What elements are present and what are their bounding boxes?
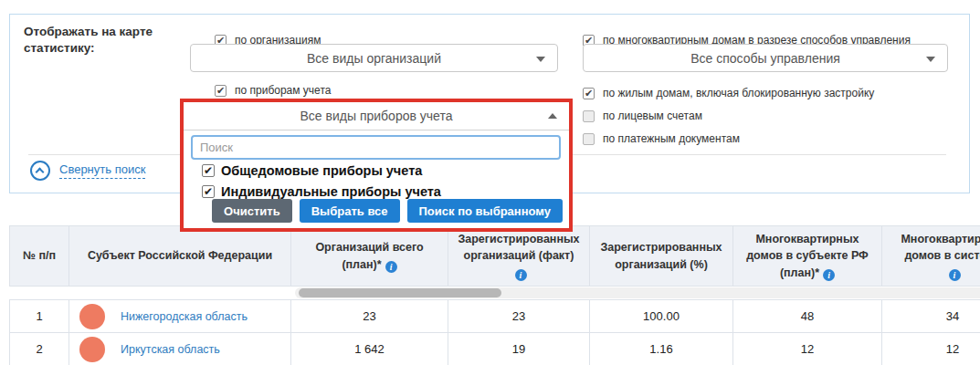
meter-type-option-communal: Общедомовые приборы учета bbox=[202, 163, 422, 178]
info-icon[interactable]: i bbox=[515, 269, 527, 281]
meter-type-option-individual: Индивидуальные приборы учета bbox=[202, 184, 441, 199]
individual-meters-label[interactable]: Индивидуальные приборы учета bbox=[221, 184, 441, 199]
org-fact-value: 19 bbox=[448, 333, 590, 365]
meters-checkbox[interactable] bbox=[215, 85, 227, 97]
meters-checkbox-label[interactable]: по приборам учета bbox=[235, 84, 331, 97]
region-cell: Нижегородская область bbox=[69, 300, 291, 333]
region-link[interactable]: Иркутская область bbox=[121, 343, 220, 356]
row-number: 2 bbox=[10, 333, 69, 365]
statistics-table-body: 1 Нижегородская область 23 23 100.00 48 … bbox=[9, 299, 980, 365]
info-icon[interactable]: i bbox=[949, 269, 961, 281]
communal-meters-checkbox[interactable] bbox=[202, 164, 215, 177]
mkd-system-value: 34 bbox=[882, 300, 980, 333]
table-row: 2 Иркутская область 1 642 19 1.16 12 12 bbox=[10, 333, 980, 365]
accounts-checkbox-label[interactable]: по лицевым счетам bbox=[603, 110, 702, 122]
meter-types-select[interactable]: Все виды приборов учета bbox=[184, 102, 569, 130]
residential-checkbox-label[interactable]: по жилым домам, включая блокированную за… bbox=[603, 87, 874, 99]
dropdown-buttons: Очистить Выбрать все Поиск по выбранному bbox=[212, 199, 563, 223]
payment-documents-checkbox[interactable] bbox=[583, 133, 595, 145]
organization-types-select[interactable]: Все виды организаций bbox=[190, 44, 558, 72]
org-plan-value: 23 bbox=[291, 300, 448, 333]
mkd-plan-value: 48 bbox=[733, 300, 882, 333]
meter-types-select-value: Все виды приборов учета bbox=[300, 109, 453, 123]
checkbox-row-accounts: по лицевым счетам bbox=[583, 110, 702, 122]
checkbox-row-residential: по жилым домам, включая блокированную за… bbox=[583, 87, 874, 99]
payment-documents-checkbox-label[interactable]: по платежным документам bbox=[603, 132, 740, 145]
table-scrollbar-row bbox=[9, 287, 980, 299]
panel-title: Отображать на карте статистику: bbox=[24, 24, 188, 57]
collapse-circle-chevron-up-icon[interactable] bbox=[30, 161, 50, 181]
org-percent-value: 100.00 bbox=[590, 300, 733, 333]
clear-button[interactable]: Очистить bbox=[212, 199, 292, 223]
org-percent-value: 1.16 bbox=[590, 333, 733, 365]
collapse-search-row: Свернуть поиск bbox=[30, 161, 145, 181]
horizontal-scrollbar-track[interactable] bbox=[295, 287, 980, 298]
collapse-search-link[interactable]: Свернуть поиск bbox=[59, 162, 145, 179]
info-icon[interactable]: i bbox=[385, 261, 397, 273]
column-header-number: № п/п bbox=[10, 226, 69, 287]
mkd-system-value: 12 bbox=[882, 333, 980, 365]
communal-meters-label[interactable]: Общедомовые приборы учета bbox=[221, 163, 422, 178]
map-statistics-page: Отображать на карте статистику: по орган… bbox=[0, 0, 980, 365]
individual-meters-checkbox[interactable] bbox=[202, 185, 215, 198]
search-by-selected-button[interactable]: Поиск по выбранному bbox=[407, 199, 563, 223]
column-header-org-fact: Зарегистрированных организаций (факт)i bbox=[448, 226, 590, 287]
select-all-button[interactable]: Выбрать все bbox=[300, 199, 400, 223]
column-header-mkd-system: Многоквартирных домов в системеi bbox=[882, 226, 980, 287]
management-methods-select[interactable]: Все способы управления bbox=[583, 44, 948, 72]
meter-types-dropdown: Все виды приборов учета Общедомовые приб… bbox=[180, 99, 573, 232]
horizontal-scrollbar-thumb[interactable] bbox=[299, 288, 501, 297]
checkbox-row-meters: по приборам учета bbox=[215, 84, 331, 97]
column-header-mkd-plan: Многоквартирных домов в субъекте РФ (пла… bbox=[733, 226, 882, 287]
org-plan-value: 1 642 bbox=[291, 333, 448, 365]
chevron-up-icon bbox=[548, 113, 557, 119]
organization-types-select-value: Все виды организаций bbox=[307, 51, 441, 66]
region-link[interactable]: Нижегородская область bbox=[121, 310, 248, 323]
management-methods-select-value: Все способы управления bbox=[690, 51, 840, 66]
info-icon[interactable]: i bbox=[823, 269, 835, 281]
accounts-checkbox[interactable] bbox=[583, 110, 595, 122]
org-fact-value: 23 bbox=[448, 300, 590, 333]
statistics-table: № п/п Субъект Российской Федерации Орган… bbox=[9, 225, 980, 365]
chevron-down-icon bbox=[536, 57, 545, 62]
region-cell: Иркутская область bbox=[69, 333, 291, 365]
checkbox-row-payment-documents: по платежным документам bbox=[583, 132, 740, 145]
table-row: 1 Нижегородская область 23 23 100.00 48 … bbox=[10, 300, 980, 333]
residential-checkbox[interactable] bbox=[583, 88, 595, 99]
column-header-org-percent: Зарегистрированных организаций (%) bbox=[590, 226, 733, 287]
meter-types-search-input[interactable] bbox=[191, 135, 561, 160]
mkd-plan-value: 12 bbox=[733, 333, 882, 365]
chevron-down-icon bbox=[926, 57, 935, 62]
region-status-dot-icon bbox=[79, 304, 105, 329]
row-number: 1 bbox=[10, 300, 69, 333]
statistics-table-header: № п/п Субъект Российской Федерации Орган… bbox=[9, 225, 980, 287]
column-header-org-plan: Организаций всего (план)*i bbox=[291, 226, 448, 287]
region-status-dot-icon bbox=[79, 337, 105, 362]
column-header-region: Субъект Российской Федерации bbox=[69, 226, 291, 287]
